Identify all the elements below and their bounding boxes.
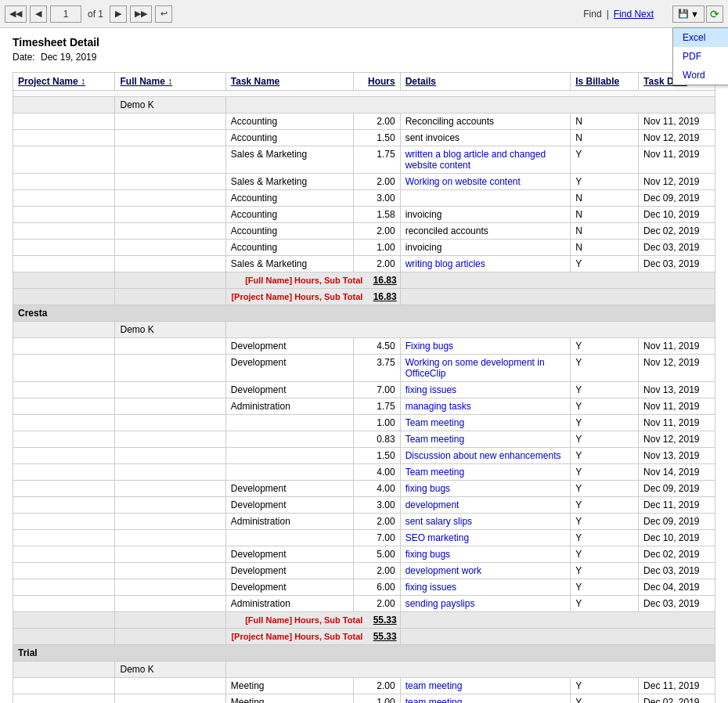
project-data-cell <box>13 497 115 514</box>
project-data-cell <box>13 563 115 579</box>
export-excel-item[interactable]: Excel <box>673 28 728 47</box>
nav-back-btn[interactable]: ↩ <box>155 5 172 23</box>
billable-cell: N <box>571 207 639 223</box>
date-cell: Dec 03, 2019 <box>639 563 715 579</box>
member-name-row: Demo K <box>13 322 715 338</box>
nav-next-btn[interactable]: ▶ <box>110 5 127 23</box>
date-cell: Nov 12, 2019 <box>639 130 715 146</box>
fullname-data-cell <box>115 240 225 256</box>
date-cell: Dec 03, 2019 <box>639 256 715 272</box>
member-name-row: Demo K <box>13 97 715 114</box>
report-area: Timesheet Detail Date: Dec 19, 2019 Proj… <box>0 28 728 703</box>
date-cell: Dec 11, 2019 <box>639 678 715 694</box>
subtotal-project-row: [Project Name] Hours, Sub Total 55.33 <box>13 629 715 645</box>
project-data-cell <box>13 530 115 546</box>
date-label: Date: <box>13 52 35 63</box>
export-word-item[interactable]: Word <box>673 66 728 85</box>
billable-cell: Y <box>571 256 639 272</box>
billable-cell: N <box>571 223 639 240</box>
table-row: Development 4.00 fixing bugs Y Dec 09, 2… <box>13 481 715 497</box>
billable-cell: Y <box>571 514 639 530</box>
col-header-billable[interactable]: Is Billable <box>571 73 639 91</box>
task-cell: Administration <box>225 596 353 612</box>
task-cell: Meeting <box>225 678 353 694</box>
table-row: Development 3.75 Working on some develop… <box>13 355 715 382</box>
col-header-hours[interactable]: Hours <box>353 73 400 91</box>
page-number-input[interactable] <box>50 5 81 23</box>
date-cell: Nov 11, 2019 <box>639 338 715 355</box>
details-cell: Working on some development in OfficeCli… <box>400 355 570 382</box>
find-next-btn[interactable]: Find Next <box>614 9 654 20</box>
task-cell: Accounting <box>225 130 353 146</box>
project-data-cell <box>13 596 115 612</box>
billable-cell: Y <box>571 678 639 694</box>
hours-cell: 1.75 <box>353 146 400 174</box>
export-wrapper: 💾 ▼ ⟳ Excel PDF Word <box>672 5 723 23</box>
table-row: Accounting 3.00 N Dec 09, 2019 <box>13 190 715 207</box>
nav-last-btn[interactable]: ▶▶ <box>130 5 152 23</box>
hours-cell: 1.00 <box>353 240 400 256</box>
nav-first-btn[interactable]: ◀◀ <box>5 5 27 23</box>
table-row: Development 3.00 development Y Dec 11, 2… <box>13 497 715 514</box>
date-cell: Dec 03, 2019 <box>639 240 715 256</box>
hours-cell: 2.00 <box>353 678 400 694</box>
fullname-data-cell <box>115 355 225 382</box>
table-row: 1.50 Discussion about new enhancements Y… <box>13 448 715 464</box>
find-label: Find <box>583 9 601 20</box>
task-cell: Development <box>225 338 353 355</box>
details-cell: invoicing <box>400 207 570 223</box>
billable-cell: Y <box>571 530 639 546</box>
task-cell: Accounting <box>225 240 353 256</box>
date-cell: Dec 02, 2019 <box>639 546 715 563</box>
report-date: Date: Dec 19, 2019 <box>13 52 715 63</box>
export-dropdown-btn[interactable]: 💾 ▼ <box>672 5 705 23</box>
billable-cell: N <box>571 240 639 256</box>
hours-cell: 1.75 <box>353 398 400 415</box>
project-data-cell <box>13 256 115 272</box>
date-cell: Dec 10, 2019 <box>639 530 715 546</box>
fullname-data-cell <box>115 415 225 431</box>
billable-cell: Y <box>571 563 639 579</box>
col-header-task[interactable]: Task Name <box>225 73 353 91</box>
date-cell: Nov 14, 2019 <box>639 464 715 481</box>
col-header-project[interactable]: Project Name ↕ <box>13 73 115 91</box>
billable-cell: N <box>571 114 639 130</box>
project-data-cell <box>13 240 115 256</box>
fullname-data-cell <box>115 338 225 355</box>
hours-cell: 2.00 <box>353 563 400 579</box>
nav-prev-btn[interactable]: ◀ <box>30 5 47 23</box>
project-data-cell <box>13 694 115 704</box>
date-cell: Dec 10, 2019 <box>639 207 715 223</box>
col-header-fullname[interactable]: Full Name ↕ <box>115 73 225 91</box>
date-cell: Nov 13, 2019 <box>639 382 715 398</box>
details-cell: Fixing bugs <box>400 338 570 355</box>
table-row: 1.00 Team meeting Y Nov 11, 2019 <box>13 415 715 431</box>
table-row: Meeting 2.00 team meeting Y Dec 11, 2019 <box>13 678 715 694</box>
subtotal-project-value: 16.83 <box>373 291 397 302</box>
details-cell: fixing bugs <box>400 546 570 563</box>
export-pdf-item[interactable]: PDF <box>673 47 728 66</box>
toolbar: ◀◀ ◀ of 1 ▶ ▶▶ ↩ Find | Find Next 💾 ▼ ⟳ … <box>0 0 728 28</box>
project-data-cell <box>13 448 115 464</box>
fullname-data-cell <box>115 114 225 130</box>
fullname-data-cell <box>115 514 225 530</box>
refresh-btn[interactable]: ⟳ <box>706 5 723 23</box>
billable-cell: Y <box>571 694 639 704</box>
billable-cell: Y <box>571 338 639 355</box>
project-data-cell <box>13 174 115 190</box>
table-row: Sales & Marketing 2.00 Working on websit… <box>13 174 715 190</box>
fullname-data-cell <box>115 431 225 448</box>
date-cell: Nov 13, 2019 <box>639 448 715 464</box>
dropdown-arrow: ▼ <box>690 9 699 19</box>
details-cell: development <box>400 497 570 514</box>
details-cell: Team meeting <box>400 431 570 448</box>
billable-cell: N <box>571 190 639 207</box>
project-data-cell <box>13 415 115 431</box>
hours-cell: 1.00 <box>353 415 400 431</box>
subtotal-member-value: 55.33 <box>373 615 397 625</box>
hours-cell: 4.00 <box>353 464 400 481</box>
hours-cell: 2.00 <box>353 114 400 130</box>
col-header-details[interactable]: Details <box>400 73 570 91</box>
task-cell: Administration <box>225 398 353 415</box>
project-data-cell <box>13 130 115 146</box>
